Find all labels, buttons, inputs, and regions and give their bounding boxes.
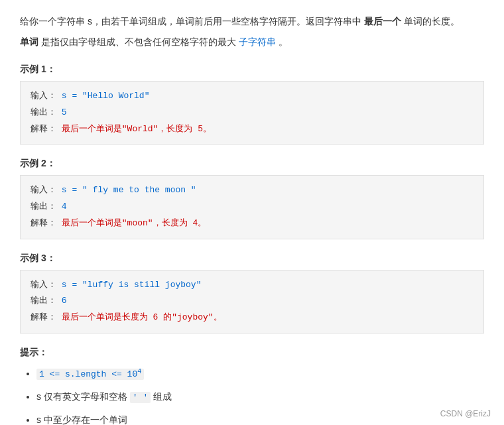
example-1: 示例 1： 输入： s = "Hello World" 输出： 5 解释： 最后… bbox=[20, 64, 484, 145]
input-label-3: 输入： bbox=[31, 280, 56, 290]
input-label-2: 输入： bbox=[31, 185, 56, 195]
desc-line1-bold: 最后一个 bbox=[364, 16, 401, 27]
description-line1: 给你一个字符串 s，由若干单词组成，单词前后用一些空格字符隔开。返回字符串中 最… bbox=[20, 13, 484, 30]
example-1-explain-line: 解释： 最后一个单词是"World"，长度为 5。 bbox=[31, 121, 473, 138]
example-2-block: 输入： s = " fly me to the moon " 输出： 4 解释：… bbox=[20, 175, 484, 239]
explain-label-2: 解释： bbox=[31, 218, 56, 228]
example-3-explain-line: 解释： 最后一个单词是长度为 6 的"joyboy"。 bbox=[31, 310, 473, 326]
example-1-block: 输入： s = "Hello World" 输出： 5 解释： 最后一个单词是"… bbox=[20, 81, 484, 145]
tips-section: 提示： 1 <= s.length <= 104 s 仅有英文字母和空格 ' '… bbox=[20, 347, 484, 425]
desc-line2-link[interactable]: 子字符串 bbox=[239, 36, 276, 47]
example-2-explain-value: 最后一个单词是"moon"，长度为 4。 bbox=[62, 218, 206, 228]
tips-title: 提示： bbox=[20, 347, 484, 359]
desc-line1-pre: 给你一个字符串 s，由若干单词组成，单词前后用一些空格字符隔开。返回字符串中 bbox=[20, 16, 361, 27]
example-2-title: 示例 2： bbox=[20, 158, 484, 170]
example-2-output-value: 4 bbox=[62, 202, 67, 212]
example-3-block: 输入： s = "luffy is still joyboy" 输出： 6 解释… bbox=[20, 270, 484, 334]
description-line2: 单词 是指仅由字母组成、不包含任何空格字符的最大 子字符串 。 bbox=[20, 34, 484, 50]
example-1-title: 示例 1： bbox=[20, 64, 484, 76]
tips-item-2: s 仅有英文字母和空格 ' ' 组成 bbox=[36, 389, 484, 405]
desc-line2-pre: 单词 bbox=[20, 36, 38, 47]
desc-line2-post: 。 bbox=[279, 36, 288, 47]
output-label-3: 输出： bbox=[31, 296, 56, 306]
example-3-explain-value: 最后一个单词是长度为 6 的"joyboy"。 bbox=[62, 312, 222, 322]
explain-label-3: 解释： bbox=[31, 312, 56, 322]
example-1-input-value: s = "Hello World" bbox=[62, 91, 150, 101]
example-3-output-value: 6 bbox=[62, 296, 67, 306]
description-block: 给你一个字符串 s，由若干单词组成，单词前后用一些空格字符隔开。返回字符串中 最… bbox=[20, 13, 484, 50]
example-3: 示例 3： 输入： s = "luffy is still joyboy" 输出… bbox=[20, 253, 484, 334]
output-label-2: 输出： bbox=[31, 202, 56, 212]
tips-item-1-text: 1 <= s.length <= 104 bbox=[36, 369, 144, 380]
example-2-output-line: 输出： 4 bbox=[31, 199, 473, 215]
footer-credit: CSDN @ErizJ bbox=[440, 409, 491, 418]
desc-line1-mid: 单词的长度。 bbox=[404, 16, 460, 27]
example-2-input-value: s = " fly me to the moon " bbox=[62, 185, 196, 195]
example-3-title: 示例 3： bbox=[20, 253, 484, 265]
tips-item-1-pre: 1 <= s.length <= 10 bbox=[39, 369, 137, 379]
main-content: 给你一个字符串 s，由若干单词组成，单词前后用一些空格字符隔开。返回字符串中 最… bbox=[20, 13, 484, 425]
tips-item-2-text: s 仅有英文字母和空格 ' ' 组成 bbox=[36, 391, 172, 402]
example-3-input-line: 输入： s = "luffy is still joyboy" bbox=[31, 277, 473, 294]
example-1-output-line: 输出： 5 bbox=[31, 105, 473, 121]
example-1-explain-value: 最后一个单词是"World"，长度为 5。 bbox=[62, 124, 212, 134]
tips-item-1: 1 <= s.length <= 104 bbox=[36, 365, 484, 382]
example-1-input-line: 输入： s = "Hello World" bbox=[31, 88, 473, 105]
tips-item-1-super: 4 bbox=[137, 367, 141, 375]
example-3-input-value: s = "luffy is still joyboy" bbox=[62, 280, 202, 290]
tips-list: 1 <= s.length <= 104 s 仅有英文字母和空格 ' ' 组成 … bbox=[20, 365, 484, 425]
desc-line2-bold: 是指仅由字母组成、不包含任何空格字符的最大 bbox=[41, 36, 236, 47]
tips-item-3-text: s 中至少存在一个单词 bbox=[36, 414, 127, 425]
tips-item-3: s 中至少存在一个单词 bbox=[36, 412, 484, 425]
input-label-1: 输入： bbox=[31, 91, 56, 101]
example-3-output-line: 输出： 6 bbox=[31, 293, 473, 310]
example-2-input-line: 输入： s = " fly me to the moon " bbox=[31, 182, 473, 199]
explain-label-1: 解释： bbox=[31, 124, 56, 134]
example-2: 示例 2： 输入： s = " fly me to the moon " 输出：… bbox=[20, 158, 484, 239]
example-2-explain-line: 解释： 最后一个单词是"moon"，长度为 4。 bbox=[31, 215, 473, 232]
output-label-1: 输出： bbox=[31, 107, 56, 117]
example-1-output-value: 5 bbox=[62, 107, 67, 117]
examples-section: 示例 1： 输入： s = "Hello World" 输出： 5 解释： 最后… bbox=[20, 64, 484, 333]
